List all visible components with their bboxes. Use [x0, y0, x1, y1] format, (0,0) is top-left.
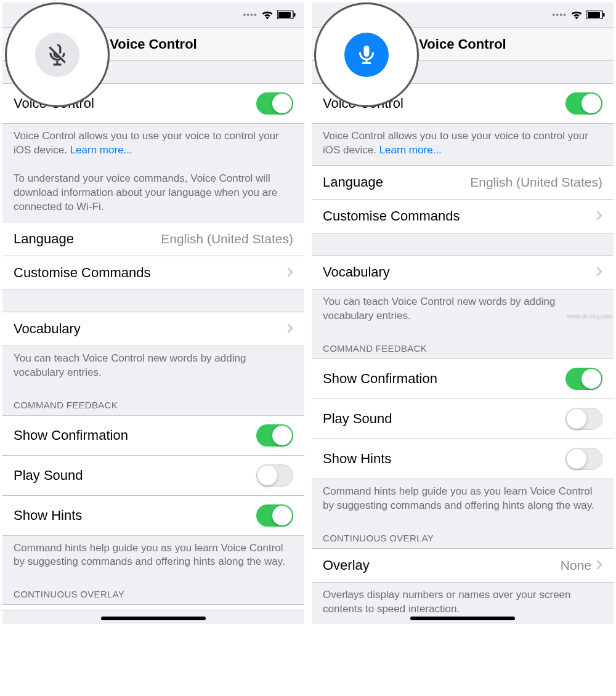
- mic-on-icon: [344, 33, 389, 77]
- vocabulary-label: Vocabulary: [323, 264, 390, 280]
- show-confirmation-row[interactable]: Show Confirmation: [2, 415, 304, 456]
- play-sound-label: Play Sound: [323, 411, 392, 427]
- hints-description: Command hints help guide you as you lear…: [2, 535, 304, 577]
- home-indicator[interactable]: [101, 617, 206, 620]
- cellular-dots-icon: ••••: [552, 10, 567, 20]
- language-row[interactable]: Language English (United States): [312, 165, 614, 200]
- command-feedback-header: COMMAND FEEDBACK: [312, 331, 614, 358]
- overlay-label: Overlay: [323, 557, 370, 573]
- play-sound-label: Play Sound: [14, 467, 83, 484]
- battery-icon: [586, 10, 605, 19]
- magnifier-circle: [5, 2, 110, 107]
- phone-right: 1 •••• ty Voice Control Vo: [312, 2, 614, 624]
- svg-rect-6: [364, 46, 370, 57]
- vocabulary-description: You can teach Voice Control new words by…: [2, 346, 304, 387]
- language-value: English (United States): [470, 175, 602, 190]
- show-confirmation-row[interactable]: Show Confirmation: [312, 358, 614, 399]
- language-row[interactable]: Language English (United States): [2, 222, 304, 256]
- wifi-icon: [261, 10, 274, 20]
- show-confirmation-label: Show Confirmation: [323, 371, 437, 387]
- svg-rect-5: [294, 13, 296, 17]
- show-hints-label: Show Hints: [14, 508, 82, 524]
- language-label: Language: [323, 174, 383, 190]
- overlay-row-cut[interactable]: [2, 604, 304, 610]
- chevron-right-icon: [596, 208, 602, 224]
- voice-control-toggle[interactable]: [565, 92, 602, 115]
- learn-more-link[interactable]: Learn more...: [379, 144, 442, 156]
- play-sound-row[interactable]: Play Sound: [2, 455, 304, 496]
- voice-control-description: Voice Control allows you to use your voi…: [312, 123, 614, 165]
- page-title: Voice Control: [110, 36, 197, 52]
- customise-label: Customise Commands: [323, 208, 460, 224]
- show-hints-row[interactable]: Show Hints: [2, 495, 304, 536]
- customise-commands-row[interactable]: Customise Commands: [312, 199, 614, 233]
- cellular-dots-icon: ••••: [243, 10, 257, 20]
- language-label: Language: [14, 231, 74, 247]
- watermark: www.deuaq.com: [567, 313, 612, 320]
- mic-off-icon: [35, 33, 79, 77]
- voice-control-description: Voice Control allows you to use your voi…: [2, 123, 304, 222]
- play-sound-row[interactable]: Play Sound: [312, 399, 614, 439]
- customise-commands-row[interactable]: Customise Commands: [2, 256, 304, 290]
- show-hints-toggle[interactable]: [256, 504, 293, 527]
- svg-rect-4: [278, 12, 291, 18]
- overlay-row[interactable]: Overlay None: [312, 548, 614, 583]
- chevron-right-icon: [596, 557, 602, 573]
- chevron-right-icon: [287, 265, 293, 281]
- show-confirmation-toggle[interactable]: [565, 368, 602, 390]
- hints-description: Command hints help guide you as you lear…: [312, 479, 614, 520]
- home-indicator[interactable]: [410, 617, 515, 620]
- show-hints-toggle[interactable]: [565, 448, 602, 470]
- svg-rect-10: [588, 12, 600, 18]
- vocabulary-description: You can teach Voice Control new words by…: [312, 289, 614, 331]
- customise-label: Customise Commands: [14, 265, 151, 281]
- show-confirmation-toggle[interactable]: [256, 424, 293, 447]
- chevron-right-icon: [287, 321, 293, 337]
- vocabulary-row[interactable]: Vocabulary: [312, 255, 614, 289]
- wifi-icon: [570, 10, 583, 20]
- overlay-value: None: [561, 558, 591, 573]
- page-title: Voice Control: [419, 36, 506, 52]
- show-confirmation-label: Show Confirmation: [14, 427, 128, 443]
- language-value: English (United States): [161, 232, 293, 246]
- play-sound-toggle[interactable]: [256, 464, 293, 487]
- chevron-right-icon: [596, 264, 602, 280]
- vocabulary-row[interactable]: Vocabulary: [2, 312, 304, 346]
- learn-more-link[interactable]: Learn more...: [70, 144, 132, 156]
- voice-control-toggle[interactable]: [256, 92, 293, 115]
- play-sound-toggle[interactable]: [565, 408, 602, 430]
- vocabulary-label: Vocabulary: [14, 321, 81, 337]
- magnifier-circle: [314, 2, 419, 107]
- battery-icon: [277, 10, 296, 19]
- show-hints-label: Show Hints: [323, 451, 391, 467]
- continuous-overlay-header: CONTINUOUS OVERLAY: [2, 577, 304, 604]
- show-hints-row[interactable]: Show Hints: [312, 439, 614, 479]
- continuous-overlay-header: CONTINUOUS OVERLAY: [312, 520, 614, 548]
- svg-rect-11: [603, 13, 605, 17]
- command-feedback-header: COMMAND FEEDBACK: [2, 387, 304, 415]
- phone-left: 0 •••• y Voice: [2, 2, 304, 624]
